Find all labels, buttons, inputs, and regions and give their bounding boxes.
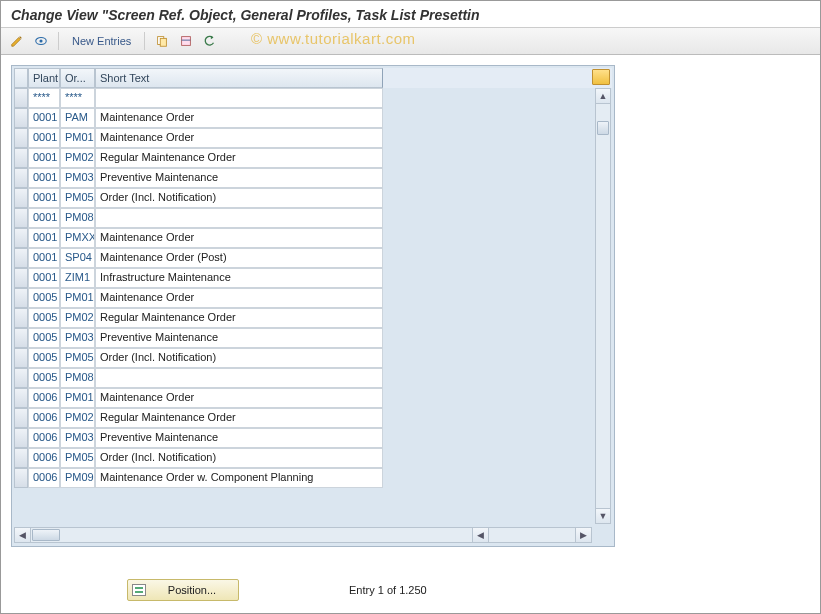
row-selector[interactable] [14,388,28,408]
cell-order[interactable]: PMXX [60,228,95,248]
scroll-down-button[interactable]: ▼ [596,508,610,523]
cell-plant[interactable]: 0006 [28,408,60,428]
row-selector[interactable] [14,288,28,308]
cell-order[interactable]: PM01 [60,388,95,408]
scroll-right-button-2[interactable]: ▶ [575,528,591,542]
scroll-thumb-horizontal[interactable] [32,529,60,541]
cell-short-text[interactable]: Maintenance Order [95,388,383,408]
row-selector[interactable] [14,148,28,168]
cell-plant[interactable]: 0006 [28,468,60,488]
cell-order[interactable]: PM03 [60,428,95,448]
cell-plant[interactable]: 0005 [28,308,60,328]
cell-order[interactable]: PM02 [60,308,95,328]
select-all-handle[interactable] [14,68,28,88]
cell-short-text[interactable] [95,88,383,108]
cell-short-text[interactable]: Order (Incl. Notification) [95,448,383,468]
cell-order[interactable]: PM05 [60,448,95,468]
cell-plant[interactable]: 0005 [28,368,60,388]
cell-short-text[interactable]: Preventive Maintenance [95,428,383,448]
cell-order[interactable]: PM01 [60,288,95,308]
cell-short-text[interactable]: Order (Incl. Notification) [95,348,383,368]
cell-order[interactable]: ZIM1 [60,268,95,288]
new-entries-button[interactable]: New Entries [66,35,137,47]
cell-order[interactable]: PM03 [60,168,95,188]
cell-short-text[interactable]: Maintenance Order [95,108,383,128]
cell-short-text[interactable]: Order (Incl. Notification) [95,188,383,208]
scroll-up-button[interactable]: ▲ [596,89,610,104]
horizontal-scrollbar-right[interactable]: ◀ ▶ [472,527,592,543]
row-selector[interactable] [14,88,28,108]
cell-short-text[interactable]: Maintenance Order [95,228,383,248]
cell-plant[interactable]: 0001 [28,248,60,268]
cell-order[interactable]: **** [60,88,95,108]
cell-order[interactable]: PM02 [60,148,95,168]
cell-plant[interactable]: 0005 [28,348,60,368]
row-selector[interactable] [14,408,28,428]
column-header-short-text[interactable]: Short Text [95,68,383,88]
row-selector[interactable] [14,468,28,488]
cell-plant[interactable]: 0001 [28,168,60,188]
cell-order[interactable]: PM01 [60,128,95,148]
cell-short-text[interactable]: Regular Maintenance Order [95,148,383,168]
row-selector[interactable] [14,188,28,208]
row-selector[interactable] [14,108,28,128]
cell-order[interactable]: PM02 [60,408,95,428]
delete-button[interactable] [176,31,196,51]
cell-order[interactable]: PAM [60,108,95,128]
cell-plant[interactable]: 0006 [28,388,60,408]
cell-short-text[interactable]: Maintenance Order w. Component Planning [95,468,383,488]
row-selector[interactable] [14,368,28,388]
row-selector[interactable] [14,268,28,288]
undo-change-button[interactable] [200,31,220,51]
row-selector[interactable] [14,308,28,328]
cell-short-text[interactable]: Infrastructure Maintenance [95,268,383,288]
cell-short-text[interactable]: Regular Maintenance Order [95,408,383,428]
row-selector[interactable] [14,248,28,268]
column-header-plant[interactable]: Plant [28,68,60,88]
copy-as-button[interactable] [152,31,172,51]
cell-plant[interactable]: 0006 [28,428,60,448]
vertical-scrollbar[interactable]: ▲ ▼ [595,88,611,524]
cell-plant[interactable]: 0005 [28,328,60,348]
row-selector[interactable] [14,428,28,448]
cell-order[interactable]: PM03 [60,328,95,348]
cell-plant[interactable]: 0001 [28,148,60,168]
cell-order[interactable]: PM05 [60,188,95,208]
cell-order[interactable]: PM08 [60,368,95,388]
cell-plant[interactable]: 0001 [28,268,60,288]
cell-plant[interactable]: **** [28,88,60,108]
cell-order[interactable]: PM08 [60,208,95,228]
toggle-display-change-button[interactable] [7,31,27,51]
row-selector[interactable] [14,208,28,228]
row-selector[interactable] [14,228,28,248]
row-selector[interactable] [14,168,28,188]
scroll-left-button-2[interactable]: ◀ [473,528,489,542]
cell-order[interactable]: PM09 [60,468,95,488]
cell-plant[interactable]: 0006 [28,448,60,468]
cell-short-text[interactable]: Maintenance Order [95,288,383,308]
scroll-left-button[interactable]: ◀ [15,528,31,542]
cell-order[interactable]: PM05 [60,348,95,368]
column-header-order[interactable]: Or... [60,68,95,88]
cell-plant[interactable]: 0001 [28,228,60,248]
cell-plant[interactable]: 0001 [28,128,60,148]
cell-short-text[interactable]: Maintenance Order (Post) [95,248,383,268]
cell-short-text[interactable]: Maintenance Order [95,128,383,148]
row-selector[interactable] [14,128,28,148]
cell-plant[interactable]: 0001 [28,208,60,228]
other-view-button[interactable] [31,31,51,51]
cell-plant[interactable]: 0001 [28,188,60,208]
scroll-thumb-vertical[interactable] [597,121,609,135]
row-selector[interactable] [14,328,28,348]
cell-order[interactable]: SP04 [60,248,95,268]
cell-short-text[interactable] [95,368,383,388]
cell-plant[interactable]: 0001 [28,108,60,128]
table-settings-button[interactable] [592,69,610,85]
cell-short-text[interactable] [95,208,383,228]
cell-plant[interactable]: 0005 [28,288,60,308]
cell-short-text[interactable]: Preventive Maintenance [95,168,383,188]
row-selector[interactable] [14,348,28,368]
position-button[interactable]: Position... [127,579,239,601]
row-selector[interactable] [14,448,28,468]
cell-short-text[interactable]: Preventive Maintenance [95,328,383,348]
